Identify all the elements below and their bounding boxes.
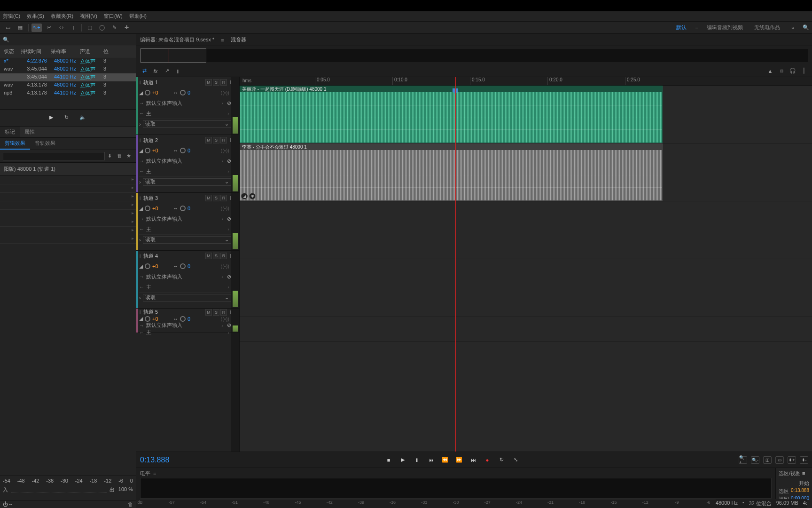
col-status[interactable]: 状态 bbox=[2, 47, 19, 56]
menu-clip[interactable]: 剪辑(C) bbox=[3, 13, 20, 20]
import-preset-icon[interactable]: ⬇ bbox=[108, 153, 114, 159]
effect-slot[interactable] bbox=[0, 218, 136, 227]
col-samplerate[interactable]: 采样率 bbox=[49, 47, 78, 56]
mute-button[interactable]: M bbox=[205, 137, 212, 143]
volume-value[interactable]: +0 bbox=[152, 148, 161, 153]
automation-expand-icon[interactable]: › bbox=[139, 121, 141, 127]
effect-slot[interactable] bbox=[0, 193, 136, 201]
zoom-in-h-icon[interactable]: 🔍+ bbox=[739, 456, 747, 464]
col-duration[interactable]: 持续时间 bbox=[19, 47, 49, 56]
track-name[interactable]: 轨道 5 bbox=[143, 309, 203, 316]
menu-favorites[interactable]: 收藏夹(R) bbox=[51, 13, 73, 20]
brush-icon[interactable]: ✎ bbox=[109, 24, 119, 32]
editor-tab-menu-icon[interactable]: ≡ bbox=[221, 37, 224, 43]
search-icon[interactable]: 🔍 bbox=[803, 24, 809, 31]
wet-percent[interactable]: 100 % bbox=[118, 486, 133, 493]
stop-button[interactable]: ■ bbox=[384, 456, 393, 464]
track-expand-icon[interactable]: ⫴ bbox=[139, 195, 141, 201]
stereo-toggle-icon[interactable]: ((•)) bbox=[220, 263, 229, 269]
sends-icon[interactable]: ↗ bbox=[163, 67, 171, 75]
mute-button[interactable]: M bbox=[205, 309, 212, 316]
clip-fx-icon[interactable]: ✱ bbox=[249, 193, 256, 199]
monitor-icon[interactable]: 🎧 bbox=[789, 67, 797, 75]
effect-slot[interactable] bbox=[0, 184, 136, 193]
arm-button[interactable]: R bbox=[220, 195, 227, 201]
arm-button[interactable]: R bbox=[220, 79, 227, 86]
track-header[interactable]: ⫴ 轨道 2 MSR I ◢+0 ↔0 ((•)) →默认立体声输入›⊘ ←主›… bbox=[136, 135, 231, 193]
timeline-lane[interactable]: 李英 - 分手会不会难过 48000 1 ◢✱ bbox=[240, 143, 812, 201]
stereo-toggle-icon[interactable]: ((•)) bbox=[220, 90, 229, 95]
pan-value[interactable]: 0 bbox=[187, 316, 196, 322]
favorite-icon[interactable]: ★ bbox=[126, 153, 133, 159]
automation-mode-dropdown[interactable]: 读取⌄ bbox=[143, 120, 231, 128]
effects-trash-icon[interactable]: 🗑 bbox=[128, 501, 133, 507]
record-button[interactable]: ● bbox=[483, 456, 492, 464]
track-name[interactable]: 轨道 4 bbox=[143, 253, 203, 260]
editor-tab[interactable]: 编辑器: 未命名混音项目 9.sesx * bbox=[140, 36, 214, 43]
volume-knob[interactable] bbox=[145, 90, 150, 95]
timeline-lane[interactable] bbox=[240, 317, 812, 341]
solo-button[interactable]: S bbox=[213, 195, 219, 201]
automation-mode-dropdown[interactable]: 读取⌄ bbox=[143, 294, 231, 302]
delete-preset-icon[interactable]: 🗑 bbox=[117, 153, 124, 159]
input-phase-icon[interactable]: ⊘ bbox=[227, 274, 231, 280]
file-row[interactable]: wav 4:13.178 48000 Hz 立体声 3 bbox=[0, 81, 136, 89]
time-ruler[interactable]: hms 0:05.00:10.00:15.00:20.00:25.0 bbox=[240, 77, 812, 86]
solo-button[interactable]: S bbox=[213, 309, 219, 316]
arm-button[interactable]: R bbox=[220, 309, 227, 316]
effect-slot[interactable] bbox=[0, 176, 136, 184]
effects-power-icon[interactable]: ⏻ bbox=[3, 501, 8, 507]
track-header[interactable]: ⫴ 轨道 5 MSR I ◢+0 ↔0 ((•)) →默认立体声输入›⊘ ←主› bbox=[136, 309, 231, 333]
track-expand-icon[interactable]: ⫴ bbox=[139, 137, 141, 143]
track-name[interactable]: 轨道 1 bbox=[143, 79, 203, 86]
track-output[interactable]: 主 bbox=[146, 110, 226, 117]
pan-value[interactable]: 0 bbox=[187, 206, 196, 211]
workspace-audio-video[interactable]: 编辑音频到视频 bbox=[704, 23, 746, 32]
solo-button[interactable]: S bbox=[213, 137, 219, 143]
mini-volume-icon[interactable]: 🔈 bbox=[79, 114, 87, 122]
razor-tool-icon[interactable]: ✂ bbox=[44, 24, 54, 32]
metronome-icon[interactable]: ▲ bbox=[766, 67, 774, 75]
automation-mode-dropdown[interactable]: 读取⌄ bbox=[143, 236, 231, 244]
timeline[interactable]: hms 0:05.00:10.00:15.00:20.00:25.0 美丽蓉 -… bbox=[240, 77, 812, 452]
pause-button[interactable]: ⏸ bbox=[413, 456, 421, 464]
pan-knob[interactable] bbox=[180, 316, 186, 322]
workspace-overflow-icon[interactable]: » bbox=[791, 25, 794, 31]
play-button[interactable]: ▶ bbox=[398, 456, 407, 464]
track-output[interactable]: 主 bbox=[146, 168, 226, 175]
fx-icon[interactable]: fx bbox=[151, 67, 160, 75]
input-phase-icon[interactable]: ⊘ bbox=[227, 100, 231, 106]
effect-slot[interactable] bbox=[0, 201, 136, 210]
timeline-lane[interactable] bbox=[240, 201, 812, 259]
track-name[interactable]: 轨道 3 bbox=[143, 195, 203, 202]
solo-button[interactable]: S bbox=[213, 79, 219, 86]
sel-value[interactable]: 0:13.888 bbox=[791, 488, 809, 495]
track-expand-icon[interactable]: ⫴ bbox=[139, 309, 141, 315]
automation-expand-icon[interactable]: › bbox=[139, 179, 141, 185]
volume-knob[interactable] bbox=[145, 206, 150, 211]
time-select-icon[interactable]: I bbox=[68, 24, 78, 32]
marquee-icon[interactable]: ▢ bbox=[85, 24, 95, 32]
automation-expand-icon[interactable]: › bbox=[139, 295, 141, 301]
pan-knob[interactable] bbox=[180, 206, 186, 211]
mini-loop-icon[interactable]: ↻ bbox=[64, 114, 72, 122]
workspace-radio[interactable]: 无线电作品 bbox=[751, 23, 783, 32]
arm-button[interactable]: R bbox=[220, 137, 227, 143]
loop-button[interactable]: ↻ bbox=[497, 456, 506, 464]
files-list[interactable]: x* 4:22.376 48000 Hz 立体声 3wav 3:45.044 4… bbox=[0, 57, 136, 109]
overview-navigator[interactable] bbox=[140, 48, 808, 63]
files-search-icon[interactable]: 🔍 bbox=[3, 37, 9, 43]
track-input[interactable]: 默认立体声输入 bbox=[146, 322, 219, 329]
file-row[interactable]: x* 4:22.376 48000 Hz 立体声 3 bbox=[0, 57, 136, 65]
workspace-menu-icon[interactable]: ≡ bbox=[695, 25, 698, 31]
forward-button[interactable]: ⏩ bbox=[455, 456, 463, 464]
levels-menu-icon[interactable]: ≡ bbox=[153, 471, 156, 476]
input-phase-icon[interactable]: ⊘ bbox=[227, 158, 231, 164]
mini-play-icon[interactable]: ▶ bbox=[49, 114, 57, 122]
stereo-toggle-icon[interactable]: ((•)) bbox=[220, 148, 229, 153]
track-header[interactable]: ⫴ 轨道 3 MSR I ◢+0 ↔0 ((•)) →默认立体声输入›⊘ ←主›… bbox=[136, 193, 231, 251]
playhead[interactable] bbox=[455, 77, 456, 452]
track-header[interactable]: ⫴ 轨道 4 MSR I ◢+0 ↔0 ((•)) →默认立体声输入›⊘ ←主›… bbox=[136, 251, 231, 309]
menu-effects[interactable]: 效果(S) bbox=[27, 13, 44, 20]
pan-knob[interactable] bbox=[180, 263, 186, 269]
